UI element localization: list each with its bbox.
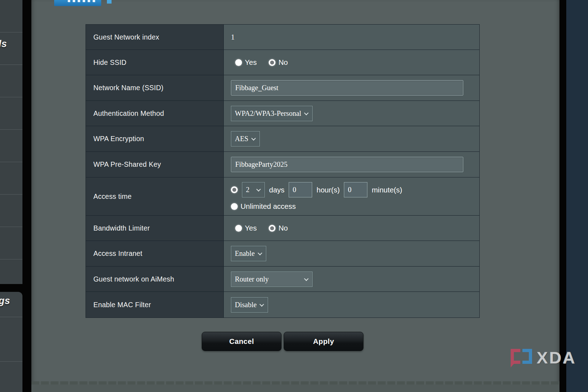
table-row: Access time 2 days hour(s) minute(s) [86,177,479,216]
table-row: Access Intranet Enable [86,241,479,267]
xda-right-bracket-icon [522,349,532,364]
chevron-down-icon [304,276,309,281]
access-time-scheduled-radio[interactable] [231,186,238,193]
mac-filter-select[interactable]: Disable [231,297,268,313]
access-time-hours-input[interactable] [289,182,312,197]
bottom-band [31,385,559,392]
wpa-encryption-value: AES [235,135,248,143]
access-time-days-value: 2 [246,186,249,194]
guest-network-index-label: Guest Network index [86,25,224,50]
network-name-value-cell [224,75,479,101]
access-intranet-value-cell: Enable [224,241,479,267]
wpa-psk-value-cell [224,152,479,177]
table-row: Hide SSID Yes No [86,50,479,75]
access-time-unlimited-radio[interactable] [231,203,238,210]
hide-ssid-value-cell: Yes No [224,50,479,75]
authentication-method-value: WPA2/WPA3-Personal [235,109,301,118]
chevron-down-icon [258,251,262,256]
access-intranet-value: Enable [235,249,255,258]
xda-watermark: XDA [511,349,576,367]
access-time-days-select[interactable]: 2 [242,182,265,197]
chevron-down-icon [251,136,256,141]
table-row: Network Name (SSID) [86,75,479,101]
apply-button[interactable]: Apply [284,332,363,351]
wpa-encryption-label: WPA Encryption [86,126,224,152]
wpa-psk-label: WPA Pre-Shared Key [86,152,224,177]
divider [0,317,22,317]
network-name-label: Network Name (SSID) [86,75,224,101]
access-intranet-select[interactable]: Enable [231,246,266,261]
chevron-down-icon [259,302,264,306]
sidebar-top-section[interactable]: ls [0,0,22,284]
table-row: Guest Network index 1 [86,25,479,50]
bandwidth-limiter-label: Bandwidth Limiter [86,216,224,241]
mac-filter-value: Disable [235,301,257,309]
sidebar-item-label-fragment[interactable]: gs [0,295,10,306]
bandwidth-limiter-no-radio[interactable] [269,225,275,232]
guest-network-settings-table: Guest Network index 1 Hide SSID Yes No N… [86,24,480,318]
access-time-label: Access time [86,177,224,216]
cancel-button[interactable]: Cancel [202,332,282,351]
guest-network-settings-page: Guest Network index 1 Hide SSID Yes No N… [31,0,559,392]
mac-filter-label: Enable MAC Filter [86,292,224,318]
action-button-bar: Cancel Apply [86,332,480,351]
right-edge-panel [566,0,588,392]
table-row: Guest network on AiMesh Router only [86,267,479,292]
router-image [54,0,101,6]
aimesh-value: Router only [235,275,269,283]
access-time-value-cell: 2 days hour(s) minute(s) Unlimited acces… [224,177,479,216]
table-row: WPA Pre-Shared Key [86,152,479,177]
ssid-input[interactable] [231,80,463,96]
chevron-down-icon [304,110,309,115]
router-image-fragment [107,0,112,4]
bandwidth-limiter-no-label: No [278,224,288,232]
unlimited-access-label: Unlimited access [241,202,296,211]
table-row: Authentication Method WPA2/WPA3-Personal [86,101,479,126]
table-row: Enable MAC Filter Disable [86,292,479,318]
xda-left-bracket-icon [511,349,520,364]
chevron-down-icon [256,187,261,192]
router-led-dots [68,0,97,2]
minutes-unit-label: minute(s) [372,186,402,194]
mac-filter-value-cell: Disable [224,292,479,318]
hours-unit-label: hour(s) [316,186,340,194]
xda-logo-text: XDA [537,349,576,367]
aimesh-select[interactable]: Router only [231,272,313,287]
sidebar-bottom-section[interactable]: gs [0,292,22,392]
authentication-method-select[interactable]: WPA2/WPA3-Personal [231,106,313,121]
authentication-method-label: Authentication Method [86,101,224,126]
days-unit-label: days [269,186,284,194]
xda-bracket-tail [511,363,514,367]
hide-ssid-yes-label: Yes [245,58,257,67]
bandwidth-limiter-yes-label: Yes [245,224,257,232]
wpa-psk-input[interactable] [231,157,463,172]
guest-network-index-value-cell: 1 [224,25,479,50]
hide-ssid-no-label: No [278,58,288,67]
table-row: WPA Encryption AES [86,126,479,152]
wpa-encryption-select[interactable]: AES [231,131,260,146]
bandwidth-limiter-value-cell: Yes No [224,216,479,241]
guest-network-index-value: 1 [231,33,235,42]
aimesh-label: Guest network on AiMesh [86,267,224,292]
sidebar-item-label-fragment[interactable]: ls [0,38,7,50]
table-row: Bandwidth Limiter Yes No [86,216,479,241]
access-intranet-label: Access Intranet [86,241,224,267]
xda-brackets-icon [511,349,534,367]
divider [0,361,22,362]
hide-ssid-no-radio[interactable] [269,59,275,66]
hide-ssid-yes-radio[interactable] [235,59,242,66]
hide-ssid-label: Hide SSID [86,50,224,75]
bottom-dashed-divider [31,381,559,385]
access-time-minutes-input[interactable] [344,182,367,197]
authentication-method-value-cell: WPA2/WPA3-Personal [224,101,479,126]
bandwidth-limiter-yes-radio[interactable] [235,225,242,232]
wpa-encryption-value-cell: AES [224,126,479,152]
aimesh-value-cell: Router only [224,267,479,292]
